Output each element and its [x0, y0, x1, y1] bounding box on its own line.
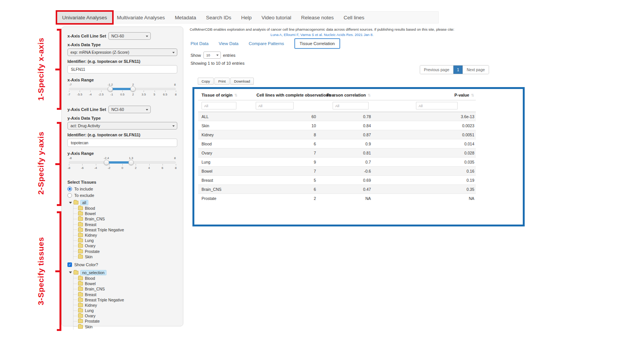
column-header-tissue-of-origin[interactable]: Tissue of origin⇅	[198, 90, 255, 100]
y-axis-data-type-select[interactable]: act: Drug Activity	[67, 122, 177, 130]
include-tree-node-blood[interactable]: Blood	[73, 206, 177, 211]
column-header-cell-lines-with-complete-observations[interactable]: Cell lines with complete observations⇅	[255, 90, 317, 100]
include-tree-node-lung[interactable]: Lung	[73, 238, 177, 243]
include-tree-node-breast[interactable]: Breast	[73, 222, 177, 227]
nav-tab-release-notes[interactable]: Release notes	[296, 12, 339, 23]
tab-plot-data[interactable]: Plot Data	[191, 41, 208, 46]
cell-pearson-correlation: 0.78	[317, 112, 372, 121]
x-axis-data-type-select[interactable]: exp: mRNA Expression (Z-Score)	[67, 48, 177, 56]
column-header-p-value[interactable]: P-value⇅	[372, 90, 476, 100]
x-axis-cell-line-set-select[interactable]: NCI-60	[108, 32, 151, 40]
include-tree-node-skin[interactable]: Skin	[73, 254, 177, 259]
y-axis-slider-track[interactable]	[69, 161, 176, 164]
filter-input-p-value[interactable]	[416, 102, 458, 109]
y-axis-slider-handle-from[interactable]	[104, 160, 109, 165]
tab-view-data[interactable]: View Data	[219, 41, 238, 46]
entries-count-select[interactable]: 10	[203, 51, 221, 59]
radio-selected-icon	[67, 187, 72, 191]
tree-connector	[73, 256, 77, 257]
nav-tab-cell-lines[interactable]: Cell lines	[339, 12, 369, 23]
folder-icon	[78, 325, 83, 329]
cell-p-value: 3.6e-13	[372, 112, 476, 121]
nav-tab-search-ids[interactable]: Search IDs	[201, 12, 236, 23]
filter-input-pearson-correlation[interactable]	[333, 102, 369, 109]
nav-tab-help[interactable]: Help	[236, 12, 256, 23]
y-axis-cell-line-set-select[interactable]: NCI-60	[108, 106, 151, 113]
tab-compare-patterns[interactable]: Compare Patterns	[249, 41, 284, 46]
include-tree-node-brain-cns[interactable]: Brain_CNS	[73, 216, 177, 222]
tissues-include-radio[interactable]: To include	[67, 187, 177, 191]
include-tree-node-bowel[interactable]: Bowel	[73, 211, 177, 216]
download-button[interactable]: Download	[230, 78, 254, 85]
color-tree-node-breast[interactable]: Breast	[73, 292, 177, 297]
entries-count-value: 10	[206, 53, 210, 57]
include-tree-root-label: all	[80, 200, 88, 205]
filter-input-tissue-of-origin[interactable]	[202, 102, 236, 109]
nav-tab-multivariate-analyses[interactable]: Multivariate Analyses	[112, 12, 170, 23]
nav-tab-video-tutorial[interactable]: Video tutorial	[256, 12, 296, 23]
chevron-down-icon	[216, 55, 219, 56]
tissues-exclude-radio[interactable]: To exclude	[67, 193, 177, 198]
cell-cell-lines-with-complete-observations: 7	[255, 167, 317, 176]
tree-connector	[73, 305, 77, 305]
x-identifier-input[interactable]	[67, 65, 177, 73]
color-tree-root-label: no_selection	[80, 270, 106, 275]
color-tree-node-bowel[interactable]: Bowel	[73, 281, 177, 286]
sort-icon[interactable]: ⇅	[471, 93, 474, 97]
color-tree-node-skin[interactable]: Skin	[73, 324, 177, 329]
citation-link[interactable]: Luna A, Elloumi F, Varma S et al. Nuclei…	[189, 33, 455, 37]
x-axis-range-slider[interactable]: -7-1.228-7-5.5-4-2.5-10.523.556.58	[69, 83, 176, 100]
print-button[interactable]: Print	[214, 78, 230, 85]
x-axis-cell-line-set-label: x-Axis Cell Line Set	[67, 34, 106, 38]
tree-node-label: Skin	[85, 254, 92, 259]
tree-expand-icon[interactable]	[69, 202, 72, 204]
table-row-bowel: Bowel7-0.60.16	[198, 167, 476, 176]
y-identifier-label: Identifier: (e.g. topotecan or SLFN11)	[67, 133, 177, 137]
sort-icon[interactable]: ⇅	[368, 93, 371, 97]
tree-node-label: Kidney	[85, 233, 97, 237]
settings-sidebar: x-Axis Cell Line Set NCI-60 x-Axis Data …	[61, 27, 183, 326]
table-row-skin: Skin100.840.0023	[198, 121, 476, 130]
show-color-checkbox[interactable]: ✓ Show Color?	[67, 262, 177, 267]
color-tree-root-node[interactable]: no_selection	[68, 270, 177, 276]
cell-p-value: 0.035	[372, 158, 476, 167]
y-identifier-input[interactable]	[67, 139, 177, 147]
previous-page-button[interactable]: Previous page	[420, 66, 453, 74]
table-row-brain-cns: Brain_CNS60.470.35	[198, 185, 476, 194]
y-axis-tick-label: 0	[122, 166, 123, 170]
tab-tissue-correlation[interactable]: Tissue Correlation	[294, 38, 340, 49]
tree-node-label: Breast	[85, 292, 96, 297]
sort-icon[interactable]: ⇅	[234, 93, 238, 97]
cell-cell-lines-with-complete-observations: 8	[255, 130, 317, 139]
tree-connector	[73, 316, 77, 316]
include-tree-root-node[interactable]: all	[68, 200, 177, 206]
color-tree-node-lung[interactable]: Lung	[73, 308, 177, 313]
color-tree-node-ovary[interactable]: Ovary	[73, 313, 177, 318]
x-axis-tick-label: -7	[67, 93, 70, 96]
color-tree-node-prostate[interactable]: Prostate	[73, 318, 177, 324]
include-tree-node-ovary[interactable]: Ovary	[73, 243, 177, 248]
page-1-button[interactable]: 1	[453, 66, 463, 74]
x-axis-slider-track[interactable]	[69, 88, 176, 90]
include-tree-node-prostate[interactable]: Prostate	[73, 249, 177, 254]
include-tree-node-breast-triple-negative[interactable]: Breast Triple Negative	[73, 227, 177, 232]
tree-expand-icon[interactable]	[69, 272, 72, 273]
color-tree-node-blood[interactable]: Blood	[73, 276, 177, 281]
color-tree-node-breast-triple-negative[interactable]: Breast Triple Negative	[73, 297, 177, 303]
copy-button[interactable]: Copy	[198, 78, 214, 85]
color-tree-node-brain-cns[interactable]: Brain_CNS	[73, 286, 177, 292]
y-axis-range-slider[interactable]: -8-2.41.38-8-6-4-202468	[69, 156, 176, 174]
nav-tab-univariate-analyses[interactable]: Univariate Analyses	[57, 12, 112, 23]
folder-icon	[78, 250, 83, 253]
include-tree-node-kidney[interactable]: Kidney	[73, 232, 177, 238]
x-axis-slider-handle-to[interactable]	[130, 86, 136, 92]
folder-icon	[78, 293, 83, 296]
y-axis-slider-handle-to[interactable]	[128, 160, 134, 165]
folder-icon	[78, 217, 83, 221]
nav-tab-metadata[interactable]: Metadata	[170, 12, 201, 23]
filter-input-cell-lines-with-complete-observations[interactable]	[256, 102, 294, 109]
folder-icon	[78, 319, 83, 323]
next-page-button[interactable]: Next page	[463, 66, 489, 74]
color-tree-node-kidney[interactable]: Kidney	[73, 303, 177, 308]
cell-pearson-correlation: 0.7	[317, 158, 372, 167]
